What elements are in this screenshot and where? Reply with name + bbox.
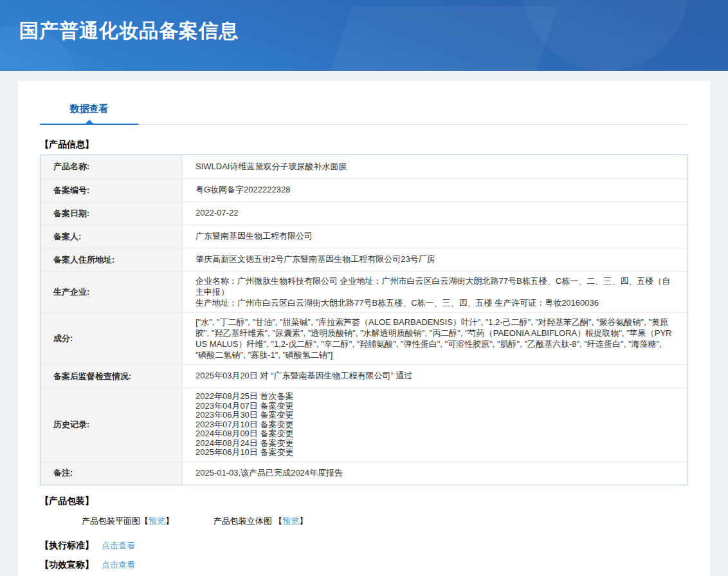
row-value: 广东暨南基因生物工程有限公司 — [183, 227, 687, 246]
row-value: 2022年08月25日 首次备案 2023年04月07日 备案变更 2023年0… — [183, 388, 687, 461]
history-line: 2023年06月30日 备案变更 — [196, 411, 675, 420]
standard-row: 【执行标准】 点击查看 — [40, 540, 688, 552]
packaging-stereo-label: 产品包装立体图 — [214, 516, 272, 526]
packaging-stereo-group: 产品包装立体图 【预览】 — [214, 516, 308, 526]
page-title: 国产普通化妆品备案信息 — [19, 18, 239, 44]
section-claims: 【功效宣称】 — [40, 559, 94, 571]
tab-active-indicator-icon — [86, 120, 93, 124]
row-value: 2025-01-03,该产品已完成2024年度报告 — [183, 464, 687, 483]
row-label: 备案日期: — [41, 202, 183, 225]
packaging-flat-group: 产品包装平面图【预览】 — [82, 516, 176, 526]
product-info-table: 产品名称: SIWLDAI诗维蓝黛双分子玻尿酸补水面膜 备案编号: 粤G妆网备字… — [40, 154, 688, 485]
history-line: 2024年08月24日 备案变更 — [196, 439, 675, 449]
section-product-info: 【产品信息】 — [40, 139, 688, 151]
bracket-close: 】 — [299, 516, 307, 526]
content-card: 数据查看 【产品信息】 产品名称: SIWLDAI诗维蓝黛双分子玻尿酸补水面膜 … — [18, 81, 710, 576]
row-value: ["水", "丁二醇", "甘油", "甜菜碱", "库拉索芦荟（ALOE BA… — [183, 313, 687, 364]
table-row-registration-date: 备案日期: 2022-07-22 — [41, 201, 687, 225]
row-label: 备案编号: — [41, 179, 183, 201]
page-header: 国产普通化妆品备案信息 — [0, 0, 728, 71]
table-row-registration-number: 备案编号: 粤G妆网备字2022222328 — [41, 178, 687, 201]
table-row-registrant: 备案人: 广东暨南基因生物工程有限公司 — [41, 225, 687, 248]
standard-view-link[interactable]: 点击查看 — [102, 540, 135, 552]
row-value: 2022-07-22 — [183, 204, 687, 223]
table-row-ingredients: 成分: ["水", "丁二醇", "甘油", "甜菜碱", "库拉索芦荟（ALO… — [41, 312, 687, 364]
history-line: 2024年08月09日 备案变更 — [196, 429, 675, 439]
claims-row: 【功效宣称】 点击查看 — [40, 559, 688, 571]
section-packaging: 【产品包装】 — [40, 496, 688, 507]
row-value: 粤G妆网备字2022222328 — [183, 181, 687, 200]
row-value: 2025年03月20日 对 “广东暨南基因生物工程有限公司” 通过 — [183, 367, 687, 386]
packaging-stereo-preview-link[interactable]: 预览 — [282, 516, 299, 526]
packaging-row: 产品包装平面图【预览】 产品包装立体图 【预览】 — [82, 516, 688, 527]
tab-bar: 数据查看 — [40, 103, 688, 125]
table-row-manufacturer: 生产企业: 企业名称：广州微肽生物科技有限公司 企业地址：广州市白云区白云湖街大… — [41, 271, 687, 312]
table-row-supervision: 备案后监督检查情况: 2025年03月20日 对 “广东暨南基因生物工程有限公司… — [41, 364, 687, 387]
row-label: 备案后监督检查情况: — [41, 365, 183, 387]
manufacturer-line-2: 生产地址：广州市白云区白云湖街大朗北路77号B栋五楼、C栋一、三、四、五楼 生产… — [196, 297, 675, 308]
history-line: 2023年07月10日 备案变更 — [196, 420, 675, 430]
section-standard: 【执行标准】 — [40, 540, 94, 552]
manufacturer-line-1: 企业名称：广州微肽生物科技有限公司 企业地址：广州市白云区白云湖街大朗北路77号… — [196, 275, 675, 297]
row-label: 备注: — [41, 462, 183, 485]
row-label: 成分: — [41, 313, 183, 364]
header-decoration-polygon — [318, 6, 558, 71]
row-label: 生产企业: — [41, 272, 183, 312]
table-row-history: 历史记录: 2022年08月25日 首次备案 2023年04月07日 备案变更 … — [41, 387, 687, 461]
row-value: SIWLDAI诗维蓝黛双分子玻尿酸补水面膜 — [183, 158, 687, 176]
tab-data-view[interactable]: 数据查看 — [40, 103, 138, 125]
bracket-close: 】 — [165, 516, 174, 526]
row-value: 企业名称：广州微肽生物科技有限公司 企业地址：广州市白云区白云湖街大朗北路77号… — [183, 272, 687, 312]
bracket-open: 【 — [140, 516, 149, 526]
row-label: 历史记录: — [41, 388, 183, 461]
claims-view-link[interactable]: 点击查看 — [102, 559, 135, 571]
tab-data-view-label: 数据查看 — [70, 103, 109, 114]
table-row-registrant-address: 备案人住所地址: 肇庆高新区文德五街2号广东暨南基因生物工程有限公司23号厂房 — [41, 248, 687, 271]
packaging-flat-preview-link[interactable]: 预览 — [149, 516, 165, 526]
row-label: 备案人: — [41, 225, 183, 248]
table-row-product-name: 产品名称: SIWLDAI诗维蓝黛双分子玻尿酸补水面膜 — [41, 155, 687, 178]
table-row-remarks: 备注: 2025-01-03,该产品已完成2024年度报告 — [41, 461, 687, 485]
history-line: 2023年04月07日 备案变更 — [196, 402, 675, 411]
row-label: 备案人住所地址: — [41, 248, 183, 271]
bracket-open: 【 — [274, 516, 282, 526]
history-line: 2022年08月25日 首次备案 — [196, 392, 675, 402]
row-value: 肇庆高新区文德五街2号广东暨南基因生物工程有限公司23号厂房 — [183, 250, 687, 269]
packaging-flat-label: 产品包装平面图 — [82, 516, 140, 526]
row-label: 产品名称: — [41, 155, 183, 178]
history-line: 2025年06月10日 备案变更 — [196, 448, 675, 458]
